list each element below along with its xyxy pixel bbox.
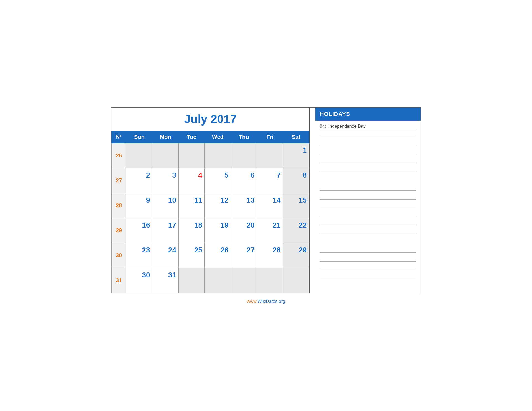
day-2: 2: [126, 168, 152, 193]
header-thu: Thu: [231, 131, 257, 143]
header-tue: Tue: [178, 131, 204, 143]
day-16: 16: [126, 218, 152, 243]
table-row: 30 23 24 25 26: [112, 243, 309, 268]
holiday-line: [320, 150, 416, 155]
day-15: 15: [283, 193, 309, 218]
day-7: 7: [257, 168, 283, 193]
holiday-line: [320, 229, 416, 235]
day-5: 5: [205, 168, 231, 193]
day-9: 9: [126, 193, 152, 218]
day-10: 10: [152, 193, 179, 218]
day-25: 25: [178, 243, 204, 268]
day-4: 4: [178, 168, 204, 193]
header-sat: Sat: [283, 131, 309, 143]
day-14: 14: [257, 193, 283, 218]
header-wed: Wed: [205, 131, 231, 143]
empty-cell: [257, 268, 283, 293]
week-num-28: 28: [112, 193, 126, 218]
day-24: 24: [152, 243, 179, 268]
day-17: 17: [152, 218, 179, 243]
day-11: 11: [178, 193, 204, 218]
day-26: 26: [205, 243, 231, 268]
main-container: July 2017 N° Sun Mon Tue Wed Thu Fri Sat: [111, 107, 421, 293]
holiday-line: [320, 212, 416, 217]
day-19: 19: [205, 218, 231, 243]
calendar-grid: N° Sun Mon Tue Wed Thu Fri Sat 26: [111, 131, 309, 293]
header-mon: Mon: [152, 131, 179, 143]
table-row: 31 30 31: [112, 268, 309, 293]
table-row: 29 16 17 18 19: [112, 218, 309, 243]
week-num-26: 26: [112, 143, 126, 168]
page: July 2017 N° Sun Mon Tue Wed Thu Fri Sat: [100, 96, 432, 315]
holiday-line: [320, 176, 416, 182]
day-31: 31: [152, 268, 179, 293]
footer-org: .org: [277, 299, 285, 304]
footer-www: www.: [247, 299, 257, 304]
calendar-title: July 2017: [111, 108, 309, 131]
day-3: 3: [152, 168, 179, 193]
week-num-30: 30: [112, 243, 126, 268]
day-29: 29: [283, 243, 309, 268]
holiday-line: [320, 203, 416, 208]
holiday-line: [320, 132, 416, 137]
day-27: 27: [231, 243, 257, 268]
week-num-29: 29: [112, 218, 126, 243]
day-23: 23: [126, 243, 152, 268]
day-22: 22: [283, 218, 309, 243]
holiday-line: [320, 256, 416, 262]
empty-cell: [178, 268, 204, 293]
table-row: 27 2 3 4 5 6: [112, 168, 309, 193]
holiday-line: [320, 238, 416, 244]
table-row: 28 9 10 11 12: [112, 193, 309, 218]
holiday-line: [320, 167, 416, 173]
holiday-line: [320, 265, 416, 270]
empty-cell: [126, 143, 152, 168]
holidays-content: 04: Independence Day: [315, 121, 421, 293]
calendar-section: July 2017 N° Sun Mon Tue Wed Thu Fri Sat: [111, 108, 310, 293]
holidays-header: HOLIDAYS: [315, 108, 421, 121]
day-6: 6: [231, 168, 257, 193]
header-fri: Fri: [257, 131, 283, 143]
holiday-line: [320, 247, 416, 253]
empty-cell: [231, 268, 257, 293]
holiday-line: [320, 185, 416, 191]
header-sun: Sun: [126, 131, 152, 143]
holiday-line: [320, 194, 416, 200]
table-row: 26 1: [112, 143, 309, 168]
footer: www.WikiDates.org: [247, 299, 285, 304]
day-20: 20: [231, 218, 257, 243]
day-28: 28: [257, 243, 283, 268]
day-18: 18: [178, 218, 204, 243]
holiday-line: [320, 159, 416, 164]
week-num-27: 27: [112, 168, 126, 193]
holiday-line: [320, 274, 416, 279]
empty-cell: [205, 268, 231, 293]
header-num: N°: [112, 131, 126, 143]
empty-cell: [283, 268, 309, 293]
day-12: 12: [205, 193, 231, 218]
holidays-section: HOLIDAYS 04: Independence Day: [315, 108, 421, 293]
week-num-31: 31: [112, 268, 126, 293]
day-8: 8: [283, 168, 309, 193]
empty-cell: [257, 143, 283, 168]
day-21: 21: [257, 218, 283, 243]
empty-cell: [231, 143, 257, 168]
empty-cell: [152, 143, 179, 168]
day-13: 13: [231, 193, 257, 218]
holiday-line: [320, 141, 416, 146]
day-1: 1: [283, 143, 309, 168]
day-30: 30: [126, 268, 152, 293]
holiday-line: [320, 221, 416, 226]
empty-cell: [205, 143, 231, 168]
holiday-item-independence-day: 04: Independence Day: [320, 123, 416, 130]
empty-cell: [178, 143, 204, 168]
footer-wiki: WikiDates: [257, 299, 277, 304]
